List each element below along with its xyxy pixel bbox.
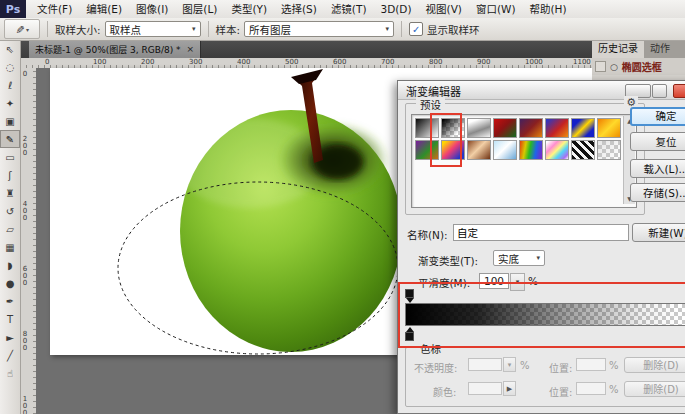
tool-2[interactable]: ℓ <box>0 76 20 94</box>
gradient-type-select[interactable]: 实底 ▾ <box>493 250 545 266</box>
close-button[interactable] <box>673 84 685 98</box>
opacity-input[interactable] <box>468 358 502 371</box>
show-sampling-ring-checkbox[interactable]: ✓ <box>409 22 423 36</box>
history-item[interactable]: ○ 椭圆选框 <box>592 58 685 75</box>
tool-6[interactable]: ▭ <box>0 148 20 166</box>
menu-item-0[interactable]: 文件(F) <box>30 0 79 18</box>
tool-icon: ℓ <box>8 80 12 91</box>
tool-15[interactable]: T <box>0 310 20 328</box>
gradient-swatch-3[interactable] <box>493 118 517 138</box>
gradient-swatch-7[interactable] <box>597 118 621 138</box>
tab-history[interactable]: 历史记录 <box>592 40 644 58</box>
gradient-swatch-6[interactable] <box>571 118 595 138</box>
tool-17[interactable]: ╱ <box>0 346 20 364</box>
ruler-label-5: 500 <box>285 58 333 67</box>
menu-item-10[interactable]: 帮助(H) <box>523 0 574 18</box>
tool-icon: ✎ <box>6 134 14 145</box>
sample-size-label: 取样大小: <box>55 22 101 37</box>
history-source-checkbox[interactable] <box>595 61 606 72</box>
delete-opacity-stop-button[interactable]: 删除(D) <box>624 357 685 373</box>
color-well[interactable] <box>468 382 502 395</box>
document-tab[interactable]: 未标题-1 @ 50%(图层 3, RGB/8) * × <box>29 40 201 58</box>
tool-icon: ◗ <box>7 260 12 271</box>
gradient-swatch-14[interactable] <box>571 140 595 160</box>
tool-icon: ✒ <box>6 296 14 307</box>
tool-icon: ► <box>6 332 14 343</box>
annotation-box-preset <box>430 113 462 167</box>
tool-icon: ♜ <box>6 188 15 199</box>
tool-5[interactable]: ✎ <box>0 130 20 148</box>
ruler-label-3: 300 <box>189 58 237 67</box>
menu-item-5[interactable]: 选择(S) <box>274 0 324 18</box>
gradient-name-input[interactable] <box>453 224 629 241</box>
menu-item-7[interactable]: 3D(D) <box>373 0 418 18</box>
tool-13[interactable]: ● <box>0 274 20 292</box>
ruler-label-8: 800 <box>429 58 477 67</box>
tool-1[interactable]: ◌ <box>0 58 20 76</box>
color-position-input[interactable] <box>576 382 606 395</box>
menu-item-8[interactable]: 视图(V) <box>419 0 469 18</box>
menu-item-9[interactable]: 窗口(W) <box>469 0 523 18</box>
tool-0[interactable]: ⇖ <box>0 40 20 58</box>
gradient-swatch-11[interactable] <box>493 140 517 160</box>
tool-14[interactable]: ✒ <box>0 292 20 310</box>
sample-layers-select[interactable]: 所有图层 ▾ <box>244 21 394 37</box>
tool-icon: ▦ <box>5 242 14 253</box>
menu-item-3[interactable]: 图层(L) <box>175 0 224 18</box>
tool-9[interactable]: ↺ <box>0 202 20 220</box>
tool-11[interactable]: ▦ <box>0 238 20 256</box>
ok-button[interactable]: 确定 <box>630 107 685 126</box>
ruler-label-5: 1000 <box>21 395 29 414</box>
opacity-slider-button[interactable]: ▾ <box>503 357 516 372</box>
menu-item-6[interactable]: 滤镜(T) <box>324 0 374 18</box>
load-button[interactable]: 载入(L)... <box>630 159 685 178</box>
gradient-swatch-4[interactable] <box>519 118 543 138</box>
menu-item-2[interactable]: 图像(I) <box>129 0 175 18</box>
menu-item-1[interactable]: 编辑(E) <box>79 0 129 18</box>
select-arrow-icon: ▾ <box>192 25 196 33</box>
gradient-swatch-13[interactable] <box>545 140 569 160</box>
gradient-swatch-5[interactable] <box>545 118 569 138</box>
tool-8[interactable]: ♜ <box>0 184 20 202</box>
opacity-label: 不透明度: <box>414 360 457 375</box>
close-icon[interactable]: × <box>187 44 195 54</box>
history-item-label: 椭圆选框 <box>622 59 662 74</box>
tool-7[interactable]: ʃ <box>0 166 20 184</box>
tool-18[interactable]: ☝ <box>0 364 20 382</box>
color-menu-button[interactable]: ▶ <box>503 381 516 396</box>
delete-color-stop-button[interactable]: 删除(D) <box>624 381 685 397</box>
gradient-swatch-15[interactable] <box>597 140 621 160</box>
ruler-label-0: 0 <box>45 58 93 67</box>
percent-sign: % <box>520 360 530 371</box>
gradient-swatch-12[interactable] <box>519 140 543 160</box>
opacity-position-input[interactable] <box>576 358 606 371</box>
separator <box>208 21 209 37</box>
tool-icon: ▱ <box>6 224 14 235</box>
sample-size-select[interactable]: 取样点 ▾ <box>105 21 201 37</box>
options-bar: ✎ ▾ 取样大小: 取样点 ▾ 样本: 所有图层 ▾ ✓ 显示取样环 <box>0 18 685 41</box>
tool-preset-picker[interactable]: ✎ ▾ <box>4 19 40 39</box>
tool-16[interactable]: ► <box>0 328 20 346</box>
tool-10[interactable]: ▱ <box>0 220 20 238</box>
tool-4[interactable]: ▣ <box>0 112 20 130</box>
vertical-ruler-labels: 02004006008001000 <box>21 70 29 414</box>
maximize-button[interactable] <box>652 84 667 98</box>
tab-actions[interactable]: 动作 <box>644 40 676 58</box>
ruler-label-0: 0 <box>21 70 29 135</box>
gradient-swatch-10[interactable] <box>467 140 491 160</box>
gradient-swatch-fill <box>494 119 516 137</box>
presets-label: 预设 <box>416 97 445 112</box>
gradient-swatch-fill <box>494 141 516 159</box>
tool-12[interactable]: ◗ <box>0 256 20 274</box>
new-button[interactable]: 新建(W) <box>632 223 685 242</box>
menu-item-4[interactable]: 类型(Y) <box>224 0 274 18</box>
reset-button[interactable]: 复位 <box>630 132 685 151</box>
tool-3[interactable]: ✦ <box>0 94 20 112</box>
select-arrow-icon: ▾ <box>386 25 390 33</box>
chevron-down-icon: ▾ <box>26 26 29 33</box>
save-button[interactable]: 存储(S)... <box>630 183 685 202</box>
gradient-swatch-fill <box>572 119 594 137</box>
separator <box>401 21 402 37</box>
gradient-swatch-2[interactable] <box>467 118 491 138</box>
ellipse-icon: ○ <box>610 62 618 72</box>
